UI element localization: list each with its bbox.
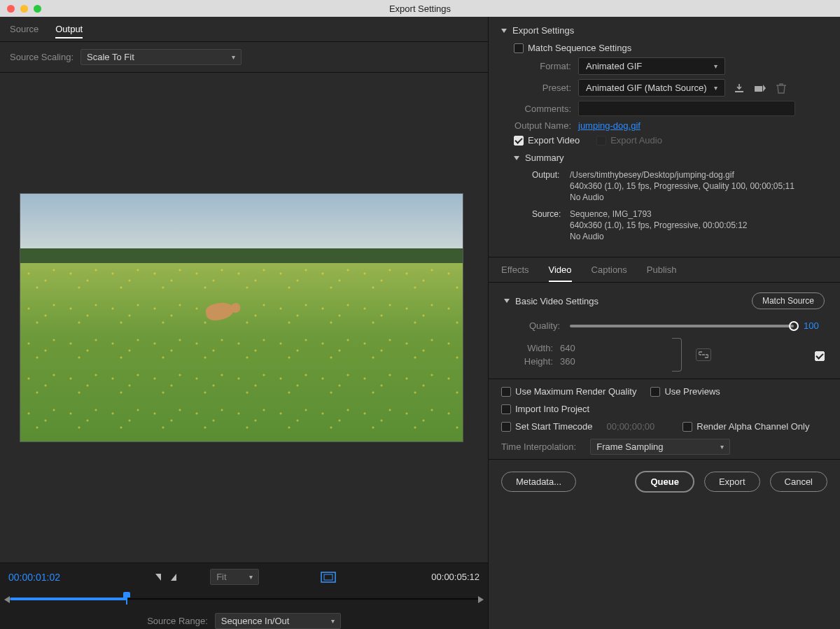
svg-rect-0	[321, 572, 335, 582]
metadata-button[interactable]: Metadata...	[501, 472, 576, 492]
export-video-checkbox[interactable]: Export Video	[514, 135, 580, 146]
source-range-dropdown[interactable]: Sequence In/Out ▾	[215, 613, 341, 629]
video-preview[interactable]	[20, 193, 463, 442]
preset-label: Preset:	[501, 83, 578, 93]
delete-preset-icon[interactable]	[774, 82, 788, 94]
source-scaling-dropdown[interactable]: Scale To Fit ▾	[80, 49, 241, 65]
use-previews-label: Use Previews	[664, 386, 720, 397]
export-audio-label: Export Audio	[610, 135, 662, 146]
timeline[interactable]	[10, 595, 478, 603]
match-source-dimensions-checkbox[interactable]	[815, 351, 825, 361]
summary-source-key: Source:	[532, 209, 570, 219]
import-into-project-checkbox[interactable]: Import Into Project	[501, 404, 589, 414]
summary-output-audio: No Audio	[570, 192, 827, 202]
height-value[interactable]: 360	[560, 356, 575, 367]
format-value: Animated GIF	[586, 61, 642, 71]
width-value[interactable]: 640	[560, 343, 575, 353]
chevron-down-icon: ▾	[714, 84, 718, 92]
tab-output[interactable]: Output	[55, 24, 83, 38]
source-range-value: Sequence In/Out	[221, 616, 290, 626]
chevron-down-icon: ▾	[232, 53, 235, 61]
caret-down-icon	[514, 156, 519, 160]
match-sequence-checkbox[interactable]: Match Sequence Settings	[514, 43, 631, 53]
source-range-label: Source Range:	[147, 616, 208, 626]
summary-header[interactable]: Summary	[514, 153, 827, 163]
svg-rect-1	[324, 574, 332, 580]
zoom-fit-value: Fit	[216, 572, 226, 582]
export-audio-checkbox[interactable]: Export Audio	[596, 135, 662, 146]
output-name-label: Output Name:	[501, 120, 578, 131]
export-settings-title: Export Settings	[512, 25, 574, 36]
tab-captions[interactable]: Captions	[592, 264, 627, 282]
link-dimensions-icon[interactable]	[696, 348, 711, 361]
format-label: Format:	[501, 61, 578, 71]
quality-label: Quality:	[504, 320, 560, 331]
link-bracket-icon	[672, 338, 682, 372]
queue-button[interactable]: Queue	[635, 471, 694, 493]
summary-output-spec: 640x360 (1.0), 15 fps, Progressive, Qual…	[570, 181, 827, 191]
summary-title: Summary	[525, 153, 564, 163]
import-project-label: Import Into Project	[515, 404, 589, 414]
quality-slider[interactable]	[570, 325, 794, 327]
comments-label: Comments:	[501, 104, 578, 114]
summary-source-name: Sequence, IMG_1793	[570, 209, 652, 219]
save-preset-icon[interactable]	[732, 82, 746, 94]
tab-effects[interactable]: Effects	[501, 264, 529, 282]
tab-source[interactable]: Source	[10, 24, 38, 38]
match-source-button[interactable]: Match Source	[752, 292, 825, 309]
max-render-quality-checkbox[interactable]: Use Maximum Render Quality	[501, 386, 636, 397]
start-timecode-value[interactable]: 00;00;00;00	[607, 421, 655, 432]
max-render-label: Use Maximum Render Quality	[515, 386, 636, 397]
caret-down-icon	[504, 299, 510, 303]
time-interpolation-label: Time Interpolation:	[501, 441, 576, 452]
range-end-handle[interactable]	[478, 596, 484, 603]
range-start-handle[interactable]	[4, 596, 10, 603]
match-sequence-label: Match Sequence Settings	[528, 43, 631, 53]
preset-value: Animated GIF (Match Source)	[586, 83, 707, 93]
current-timecode[interactable]: 00:00:01:02	[8, 572, 60, 583]
summary-source-audio: No Audio	[570, 232, 827, 241]
chevron-down-icon: ▾	[249, 573, 253, 581]
basic-video-title: Basic Video Settings	[515, 296, 598, 306]
settings-tabs: Effects Video Captions Publish	[489, 257, 840, 283]
total-timecode: 00:00:05:12	[431, 572, 479, 582]
preview-area	[0, 73, 488, 563]
chevron-down-icon: ▾	[714, 62, 718, 70]
time-interpolation-dropdown[interactable]: Frame Sampling ▾	[590, 439, 730, 455]
export-video-label: Export Video	[528, 135, 580, 146]
export-button[interactable]: Export	[704, 472, 760, 492]
source-scaling-value: Scale To Fit	[87, 52, 134, 62]
use-previews-checkbox[interactable]: Use Previews	[650, 386, 720, 397]
playhead[interactable]	[123, 592, 130, 602]
height-label: Height:	[504, 356, 560, 367]
time-interpolation-value: Frame Sampling	[596, 441, 663, 452]
window-title: Export Settings	[0, 3, 840, 14]
chevron-down-icon: ▾	[720, 443, 724, 451]
set-in-point-button[interactable]	[155, 574, 161, 581]
preview-tabs: Source Output	[0, 17, 488, 42]
basic-video-header[interactable]: Basic Video Settings	[504, 296, 598, 306]
chevron-down-icon: ▾	[331, 617, 335, 625]
render-alpha-checkbox[interactable]: Render Alpha Channel Only	[682, 421, 809, 432]
summary-source-spec: 640x360 (1.0), 15 fps, Progressive, 00:0…	[570, 220, 827, 230]
titlebar: Export Settings	[0, 0, 840, 17]
zoom-fit-dropdown[interactable]: Fit ▾	[210, 569, 259, 585]
summary-output-key: Output:	[532, 170, 570, 180]
cancel-button[interactable]: Cancel	[770, 472, 827, 492]
set-start-timecode-checkbox[interactable]: Set Start Timecode	[501, 421, 593, 432]
transport-panel: 00:00:01:02 Fit ▾ 00:00:05:12	[0, 563, 488, 629]
output-name-link[interactable]: jumping-dog.gif	[578, 120, 640, 131]
export-settings-header[interactable]: Export Settings	[501, 25, 827, 36]
format-dropdown[interactable]: Animated GIF ▾	[578, 57, 725, 75]
tab-publish[interactable]: Publish	[647, 264, 677, 282]
aspect-ratio-button[interactable]	[321, 572, 336, 583]
source-scaling-label: Source Scaling:	[10, 52, 74, 62]
quality-value[interactable]: 100	[804, 320, 825, 331]
set-start-tc-label: Set Start Timecode	[515, 421, 593, 432]
set-out-point-button[interactable]	[171, 574, 176, 581]
svg-rect-2	[755, 86, 762, 92]
preset-dropdown[interactable]: Animated GIF (Match Source) ▾	[578, 79, 725, 97]
comments-input[interactable]	[578, 101, 795, 116]
tab-video[interactable]: Video	[549, 264, 572, 282]
import-preset-icon[interactable]	[753, 82, 767, 94]
